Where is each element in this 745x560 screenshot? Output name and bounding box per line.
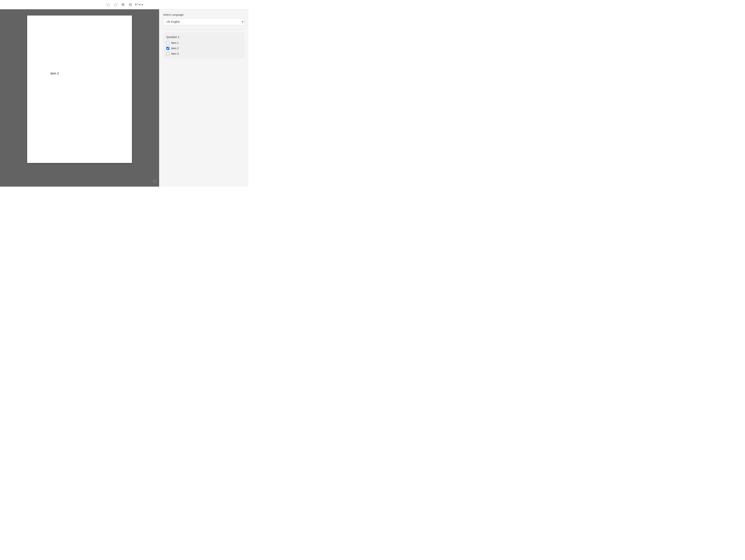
checkbox-label-3: item 3 — [171, 52, 179, 55]
checkbox-item-1[interactable]: item 1 — [166, 41, 241, 44]
checkbox-label-1: item 1 — [171, 41, 179, 44]
zoom-unit: % — [138, 3, 141, 6]
undo-button[interactable] — [105, 2, 111, 7]
divider — [163, 29, 245, 29]
viewer-footer — [153, 179, 157, 184]
svg-rect-7 — [154, 180, 156, 183]
zoom-display: 67 % ▾ — [135, 3, 143, 6]
question-section: Question 1 item 1 item 2 item 3 — [163, 32, 245, 58]
checkbox-item-2[interactable]: item 2 — [166, 47, 241, 50]
document-viewer: item 2 — [0, 9, 159, 187]
question-title: Question 1 — [166, 35, 241, 39]
language-select[interactable]: UK English US English French German Span… — [163, 18, 245, 25]
right-panel: Select Language UK English US English Fr… — [159, 9, 248, 187]
zoom-arrow-icon: ▾ — [142, 3, 143, 6]
zoom-dropdown-button[interactable]: ▾ — [142, 3, 143, 6]
select-language-section: Select Language UK English US English Fr… — [163, 13, 245, 25]
redo-button[interactable] — [113, 2, 119, 7]
checkbox-input-1[interactable] — [166, 41, 169, 44]
svg-line-5 — [131, 5, 132, 6]
toolbar: 67 % ▾ — [0, 0, 248, 9]
svg-line-1 — [124, 5, 124, 6]
toolbar-center: 67 % ▾ — [2, 2, 246, 7]
checkbox-input-2[interactable] — [166, 47, 169, 50]
zoom-in-button[interactable] — [120, 2, 126, 7]
main-area: item 2 Select Language UK English US Eng… — [0, 9, 248, 187]
zoom-out-button[interactable] — [127, 2, 133, 7]
checkbox-item-3[interactable]: item 3 — [166, 52, 241, 55]
select-language-label: Select Language — [163, 13, 245, 16]
checkbox-input-3[interactable] — [166, 52, 169, 55]
zoom-percent: 67 — [135, 3, 137, 6]
checkbox-label-2: item 2 — [171, 47, 179, 50]
document-page: item 2 — [27, 15, 132, 163]
footer-icon-button[interactable] — [153, 179, 157, 184]
document-content-text: item 2 — [51, 72, 59, 75]
